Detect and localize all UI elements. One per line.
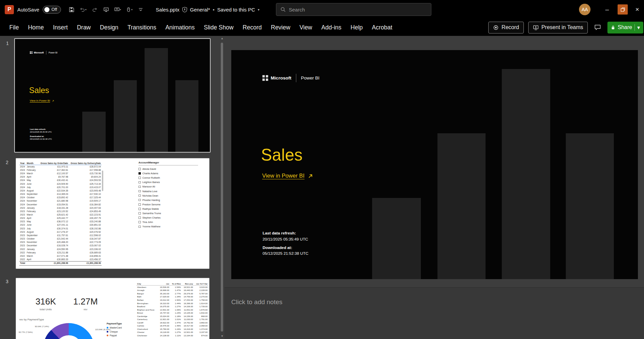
table-row: 2022 February £23,211.88 £26,689.63: [19, 251, 102, 254]
account-avatar[interactable]: AA: [579, 4, 591, 15]
search-bar[interactable]: [276, 3, 431, 16]
slide-thumbnail-1[interactable]: Microsoft Power BI Sales View in Power B…: [14, 38, 211, 153]
legend-label: Paypal: [110, 334, 117, 337]
slide-thumbnail-3[interactable]: 316K total Units 1.27M rev rev by Paymen…: [16, 278, 210, 339]
menu-tab[interactable]: Add-ins: [317, 19, 346, 36]
record-button[interactable]: Record: [488, 22, 524, 33]
table-row: Belfast 19,012.00 1.50% 17,254.00 1,758.…: [136, 298, 208, 302]
scroll-up-icon[interactable]: ▲: [219, 36, 225, 41]
slide-canvas[interactable]: Microsoft Power BI Sales View in Power B…: [231, 50, 638, 279]
checkbox-icon: [138, 181, 141, 184]
slicer-item-label: Stephen Charles: [143, 216, 161, 219]
notes-pane[interactable]: Click to add notes: [224, 287, 644, 339]
menu-tab[interactable]: Help: [346, 19, 367, 36]
notes-placeholder: Click to add notes: [231, 298, 282, 306]
kpi-value: 316K: [25, 296, 66, 307]
slicer-item: Phoebe Harding: [138, 198, 198, 202]
menu-tab[interactable]: View: [295, 19, 317, 36]
thumbnail-scrollbar[interactable]: ▲ ▼: [219, 36, 225, 339]
undo-button[interactable]: ▾: [78, 4, 88, 15]
slicer-item: Preston Senome: [138, 202, 198, 207]
scroll-down-icon[interactable]: ▼: [219, 334, 225, 339]
save-button[interactable]: [66, 4, 77, 15]
slide-2-number: 2: [6, 160, 8, 165]
menu-tab[interactable]: Slide Show: [199, 19, 238, 36]
col-year: Year: [19, 162, 26, 165]
last-refresh-block: Last data refresh: 20/11/2025 05:35:49 U…: [30, 128, 52, 134]
close-button[interactable]: ×: [630, 0, 644, 19]
menu-tab[interactable]: Draw: [72, 19, 95, 36]
menu-tab[interactable]: File: [5, 19, 23, 36]
table-row: Aberdeen 19,536.00 1.54% 16,521.00 3,015…: [136, 286, 208, 289]
legend-label: Cheque: [110, 331, 118, 333]
refresh-value: 20/11/2025 05:35:49 UTC: [30, 131, 52, 133]
brand-divider: [296, 74, 296, 82]
restore-button[interactable]: [615, 0, 630, 19]
menu-tabs: FileHomeInsertDrawDesignTransitionsAnima…: [0, 19, 397, 36]
account-manager-slicer: AccountManager Abiola David Charlie Adam…: [138, 161, 198, 229]
table-row: 2023 January £18,331.28 £24,407.63: [19, 206, 102, 210]
redo-button[interactable]: [89, 4, 100, 15]
slide-title: Sales: [29, 86, 49, 95]
menu-tab[interactable]: Record: [238, 19, 266, 36]
table-row: Bradford 16,075.00 1.27% 14,336.00 1,739…: [136, 305, 208, 308]
table-row: 2022 January £24,550.95 £23,336.02: [19, 248, 102, 251]
view-in-powerbi-link[interactable]: View in Power BI: [262, 173, 312, 179]
undo-icon: [80, 7, 85, 13]
table-row: 2024 March £12,100.57 £15,730.96: [19, 172, 102, 175]
search-input[interactable]: [289, 7, 427, 13]
last-refresh-block: Last data refresh: 20/11/2025 05:35:49 U…: [262, 230, 308, 242]
col-gross-orderdate: Gross Sales by OrderDate: [39, 162, 69, 165]
autosave-toggle[interactable]: Off: [43, 6, 61, 14]
record-icon: [493, 25, 499, 30]
touch-mouse-mode-button[interactable]: ▾: [124, 4, 134, 15]
slide-thumbnail-2[interactable]: Year Month Gross Sales by OrderDate Gros…: [16, 158, 210, 269]
table-row: 2022 April £30,883.33 £23,456.37: [19, 258, 102, 262]
share-screen-button[interactable]: ▾: [112, 4, 123, 15]
menu-tab[interactable]: Review: [266, 19, 295, 36]
title-dropdown-icon: ▾: [258, 8, 259, 12]
search-icon: [280, 7, 286, 12]
table-row: Chelmsford 15,790.00 1.24% 14,416.00 1,3…: [136, 327, 208, 331]
table-row: 2024 October £15,892.42 £17,325.44: [19, 196, 102, 199]
present-in-teams-label: Present in Teams: [541, 24, 583, 30]
minimize-button[interactable]: –: [599, 0, 615, 19]
kpi-revenue: 1.27M rev: [66, 296, 105, 311]
table-row: 2023 July £30,374.01 £28,192.86: [19, 227, 102, 230]
table-row: 2024 September £14,365.03 £17,930.10: [19, 193, 102, 196]
powerpoint-app-icon[interactable]: P: [5, 5, 14, 14]
scrollbar-thumb[interactable]: [221, 43, 223, 332]
menu-tab[interactable]: Insert: [48, 19, 72, 36]
legend-label: MasterCard: [110, 326, 122, 329]
present-in-teams-button[interactable]: Present in Teams: [528, 22, 588, 33]
menu-tab[interactable]: Design: [95, 19, 123, 36]
link-label: View in Power BI: [262, 173, 304, 179]
customize-qat-button[interactable]: [135, 4, 146, 15]
downloaded-label: Downloaded at:: [262, 245, 308, 251]
payment-type-donut-chart: [43, 323, 94, 339]
share-button[interactable]: Share ▾: [607, 22, 643, 33]
slicer-item: Radhya Stabile: [138, 207, 198, 211]
table-row: 2023 March £25,621.42 £22,223.91: [19, 213, 102, 217]
donut-data-label: 95.77K (7.54%): [19, 331, 33, 333]
link-label: View in Power BI: [30, 99, 50, 102]
slicer-item: Yvonne Matthew: [138, 224, 198, 229]
chart-bar: [175, 80, 198, 152]
menu-tab[interactable]: Home: [23, 19, 48, 36]
slicer-item-list: Abiola David Charlie Adams Connor Rulibe…: [138, 167, 198, 229]
downloaded-block: Downloaded at: 05/12/2025 21:52:38 UTC: [262, 245, 308, 256]
table-row: Canterbury 12,821.00 1.01% 11,030.00 1,7…: [136, 318, 208, 321]
separator-dot: •: [213, 7, 214, 13]
mouse-mode-icon: [126, 7, 131, 13]
document-title-group[interactable]: Sales.pptx General* • Saved to this PC ▾: [156, 7, 259, 13]
comments-button[interactable]: [592, 22, 603, 33]
table-row: Armagh 18,668.00 1.47% 16,440.00 2,228.0…: [136, 289, 208, 292]
slicer-item: Leighton Baines: [138, 180, 198, 184]
menu-tab[interactable]: Transitions: [123, 19, 161, 36]
table-header-row: Year Month Gross Sales by OrderDate Gros…: [19, 162, 102, 165]
menu-tab[interactable]: Animations: [161, 19, 199, 36]
menu-tab[interactable]: Acrobat: [367, 19, 397, 36]
microsoft-wordmark: Microsoft: [271, 75, 292, 81]
start-slideshow-button[interactable]: [101, 4, 111, 15]
share-dropdown-icon: ▾: [637, 24, 640, 31]
